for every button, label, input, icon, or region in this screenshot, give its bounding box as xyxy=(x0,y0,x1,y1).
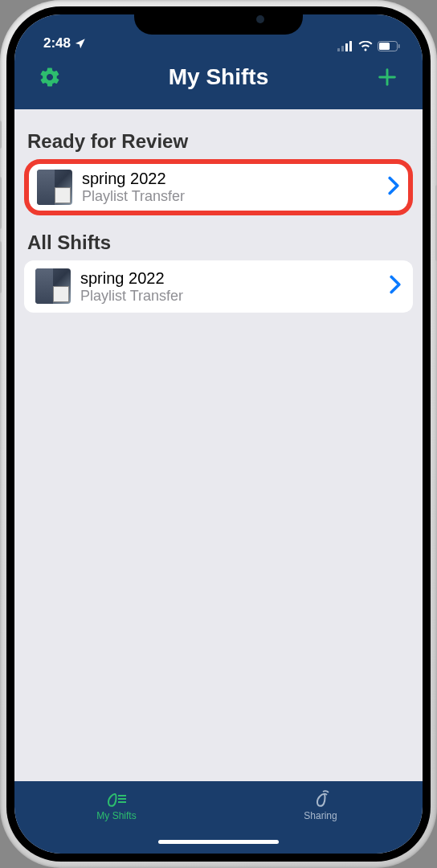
tab-label: My Shifts xyxy=(96,810,136,821)
wifi-icon xyxy=(358,41,373,51)
shift-row-text: spring 2022 Playlist Transfer xyxy=(80,268,389,305)
svg-rect-6 xyxy=(398,44,400,48)
svg-rect-5 xyxy=(379,43,390,50)
tab-bar: My Shifts Sharing xyxy=(14,781,423,854)
status-indicators xyxy=(337,41,400,51)
plus-icon xyxy=(376,66,398,88)
sharing-icon xyxy=(311,789,330,809)
status-time-area: 2:48 xyxy=(43,35,86,51)
shift-title: spring 2022 xyxy=(80,268,389,288)
battery-icon xyxy=(378,41,400,51)
volume-down-button xyxy=(0,241,2,293)
shift-subtitle: Playlist Transfer xyxy=(82,188,387,206)
section-header-review: Ready for Review xyxy=(27,130,410,153)
settings-button[interactable] xyxy=(34,66,66,88)
shift-row-review[interactable]: spring 2022 Playlist Transfer xyxy=(24,159,413,215)
phone-bezel: 2:48 xyxy=(6,6,431,862)
nav-bar: My Shifts xyxy=(14,55,423,109)
svg-rect-2 xyxy=(345,43,348,51)
chevron-right-icon xyxy=(387,176,400,199)
content-area: Ready for Review spring 2022 Playlist Tr… xyxy=(14,109,423,781)
my-shifts-icon xyxy=(105,789,128,809)
svg-rect-0 xyxy=(337,48,340,51)
svg-rect-1 xyxy=(341,46,344,51)
shift-row-all[interactable]: spring 2022 Playlist Transfer xyxy=(24,260,413,313)
section-header-all: All Shifts xyxy=(27,231,410,254)
shift-title: spring 2022 xyxy=(82,169,387,188)
notch xyxy=(134,6,303,35)
screen: 2:48 xyxy=(14,14,423,854)
mute-switch xyxy=(0,121,2,149)
phone-frame: 2:48 xyxy=(0,0,437,868)
playlist-artwork-icon xyxy=(35,268,71,304)
tab-sharing[interactable]: Sharing xyxy=(272,789,369,821)
add-button[interactable] xyxy=(371,66,403,88)
chevron-right-icon xyxy=(389,275,402,297)
shift-row-text: spring 2022 Playlist Transfer xyxy=(82,169,387,206)
status-time: 2:48 xyxy=(43,35,71,51)
location-icon xyxy=(74,38,86,50)
tab-label: Sharing xyxy=(304,810,337,821)
page-title: My Shifts xyxy=(66,64,371,90)
gear-icon xyxy=(39,66,61,88)
cellular-icon xyxy=(337,41,353,51)
shift-subtitle: Playlist Transfer xyxy=(80,288,389,305)
svg-rect-3 xyxy=(349,41,352,51)
tab-my-shifts[interactable]: My Shifts xyxy=(68,789,165,821)
home-indicator[interactable] xyxy=(158,840,279,844)
volume-up-button xyxy=(0,177,2,229)
playlist-artwork-icon xyxy=(37,170,72,205)
